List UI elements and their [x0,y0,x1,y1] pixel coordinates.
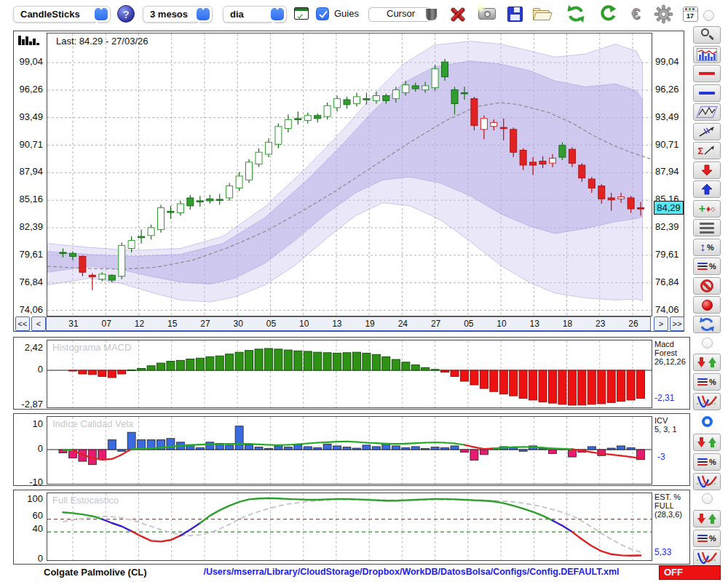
period-value: 3 mesos [150,9,188,20]
vertical-range-percent-button[interactable]: ↕ % [693,239,721,256]
help-button[interactable]: ? [117,5,135,23]
lines-percent-icon [697,378,708,386]
outline-diamond-icon: ◇ [711,206,715,212]
period-select[interactable]: 3 mesos [143,6,213,23]
refresh-button[interactable] [565,4,587,24]
open-button[interactable] [531,4,553,24]
price-plot[interactable]: Last: 84.29 - 27/03/26 [47,33,652,316]
stoch-arrows-button[interactable] [693,510,721,527]
v-curves-icon [696,474,718,489]
camera-icon [478,8,496,20]
add-remove-marks-button[interactable]: + ♦ ◇ [693,200,721,218]
chevron-updown-icon [197,8,210,20]
icv-plot[interactable] [47,416,652,485]
lines-percent-icon [697,535,708,543]
red-hline-button[interactable] [693,65,721,82]
chart-type-select[interactable]: CandleSticks [13,6,111,23]
reload-icon [598,4,617,23]
indicator-chart-button[interactable] [693,46,721,63]
macd-curve-button[interactable] [693,393,721,410]
macd-arrows-button[interactable] [693,354,721,371]
trash-button[interactable] [420,4,442,24]
axis-tick-label: 90,71 [14,139,43,150]
icv-radio[interactable] [702,416,713,427]
record-button[interactable] [693,296,721,314]
x-tick-label: 26 [628,319,638,329]
zoom-button[interactable] [693,26,721,44]
x-tick-label: 15 [167,319,177,329]
icv-curve-button[interactable] [693,473,721,490]
blue-hline-button[interactable] [693,84,721,102]
axis-tick-label: 82,39 [655,221,679,232]
nav-next-button[interactable]: > [654,316,668,331]
chevron-updown-icon [271,8,284,20]
cursor-label: Cursor [387,7,415,20]
list-lines-button[interactable] [693,219,721,236]
chart-window-icon[interactable] [294,7,309,20]
axis-tick-label: 74,06 [14,304,43,315]
off-toggle[interactable]: OFF [659,565,721,580]
x-tick-label: 13 [530,319,539,329]
stoch-curve-button[interactable] [693,549,721,567]
channel-button[interactable] [693,103,721,121]
euro-icon: € [631,4,640,23]
folder-icon [533,8,551,20]
floppy-disk-icon [507,7,523,22]
time-nav-bar: << < 31071215273005101319242705101318232… [14,316,684,332]
macd-radio[interactable] [702,338,713,348]
icv-value: -3 [657,452,665,462]
toolbar-radio[interactable] [703,10,714,21]
calendar-day: 17 [684,12,697,21]
stoch-radio[interactable] [702,493,713,504]
axis-tick-label: 96,26 [655,84,679,95]
icv-lines-percent-button[interactable]: % [693,453,721,471]
axis-tick-label: 93,49 [655,111,679,122]
interval-select[interactable]: dia [223,6,287,23]
delete-button[interactable] [447,4,469,24]
x-tick-label: 31 [68,319,78,329]
stoch-value: 5,33 [654,547,671,557]
x-tick-label: 18 [563,319,572,329]
currency-button[interactable]: € [625,4,646,24]
blue-refresh-icon [698,316,716,332]
guies-label: Guies [334,7,359,20]
calendar-button[interactable]: 17 [679,4,701,24]
axis-tick-label: 85,16 [14,194,43,204]
sum-trend-button[interactable]: Σ [693,142,721,159]
percent-icon: % [709,534,716,543]
red-down-arrow-icon [702,164,712,176]
macd-lines-percent-button[interactable]: % [693,373,721,391]
macd-plot[interactable] [47,340,652,408]
snapshot-button[interactable] [476,4,498,24]
axis-tick-label: 0 [14,553,43,564]
icv-arrows-button[interactable] [693,434,721,451]
histogram-mini-icon[interactable] [18,34,40,49]
vertical-arrows-icon: ↕ [700,242,705,253]
axis-tick-label: 76,84 [655,276,679,287]
plus-icon: + [699,204,705,214]
stoch-plot[interactable] [47,493,652,561]
blue-refresh-button[interactable] [693,316,721,333]
x-axis-tick-strip[interactable]: 310712152730051013192427051013182326 [46,316,651,331]
x-tick-label: 27 [200,319,210,329]
guies-checkbox[interactable] [316,7,329,20]
stoch-lines-percent-button[interactable]: % [693,530,721,547]
disable-button[interactable] [693,277,721,295]
axis-tick-label: -10 [14,477,43,487]
save-button[interactable] [504,4,526,24]
settings-button[interactable] [652,4,674,24]
up-arrow-button[interactable] [693,180,721,198]
axis-tick-label: 99,04 [655,56,679,67]
down-arrow-button[interactable] [693,162,721,179]
trendline-button[interactable] [693,123,721,140]
reload-button[interactable] [597,4,619,24]
nav-first-button[interactable]: << [15,316,30,331]
lines-percent-button[interactable]: % [693,258,721,275]
zigzag-channel-icon [696,105,718,119]
nav-prev-button[interactable]: < [31,316,46,331]
nav-last-button[interactable]: >> [670,316,684,331]
price-y-axis-left: 99,0496,2693,4990,7187,9485,1682,3979,61… [14,31,45,316]
stoch-title: Full Estocastico [52,495,119,506]
axis-tick-label: 82,39 [14,221,43,232]
axis-tick-label: 90,71 [655,139,679,150]
